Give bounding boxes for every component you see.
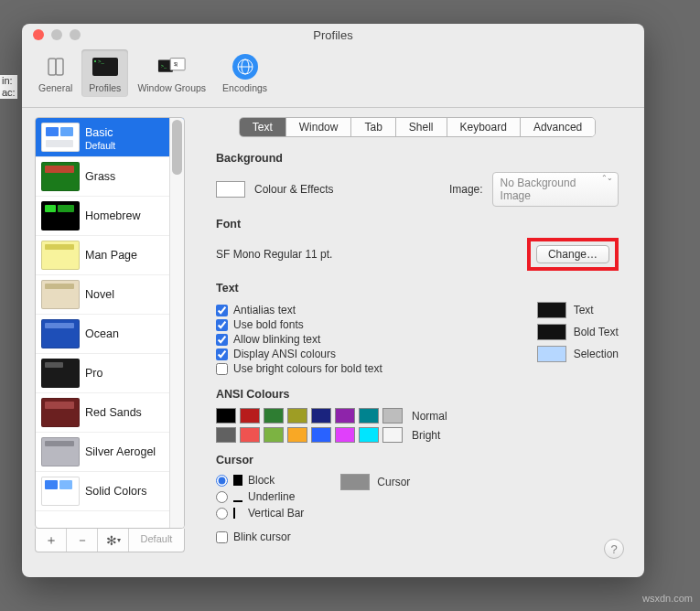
tab-shell[interactable]: Shell — [396, 118, 447, 136]
ansi-row-label: Normal — [412, 410, 447, 423]
profiles-sidebar: BasicDefault Grass Homebrew Man Page Nov… — [22, 108, 185, 577]
add-profile-button[interactable]: ＋ — [36, 529, 67, 552]
window-groups-icon: >_$| — [157, 55, 187, 79]
ansi-bright-row: Bright — [216, 427, 619, 443]
blink-cursor-checkbox[interactable]: Blink cursor — [216, 531, 304, 543]
svg-rect-0 — [48, 59, 56, 75]
vbar-icon — [233, 508, 242, 519]
sidebar-toolbar: ＋ － ✻▾ Default — [35, 529, 185, 552]
tab-advanced[interactable]: Advanced — [521, 118, 595, 136]
ansi-swatch[interactable] — [287, 408, 307, 423]
tab-text[interactable]: Text — [240, 118, 286, 136]
toolbar-encodings[interactable]: Encodings — [215, 49, 275, 97]
change-font-button[interactable]: Change… — [536, 245, 609, 263]
background-image-popup[interactable]: No Background Image — [492, 172, 619, 207]
blinking-checkbox[interactable]: Allow blinking text — [216, 333, 501, 346]
ansi-swatch[interactable] — [382, 408, 403, 423]
background-color-swatch[interactable] — [216, 181, 245, 198]
ansi-swatch[interactable] — [287, 427, 307, 443]
svg-rect-2 — [92, 58, 118, 76]
preferences-window: Profiles General >_ Profiles >_$| Window… — [22, 24, 644, 577]
ansi-swatch[interactable] — [216, 408, 236, 423]
ansi-swatch[interactable] — [359, 427, 379, 443]
ansi-swatch[interactable] — [335, 427, 355, 443]
svg-text:>_: >_ — [98, 59, 105, 64]
cursor-block-radio[interactable]: Block — [216, 474, 304, 487]
profile-red-sands[interactable]: Red Sands — [36, 393, 184, 433]
set-default-button[interactable]: Default — [129, 529, 184, 552]
ansi-swatch[interactable] — [335, 408, 355, 423]
image-label: Image: — [449, 183, 483, 196]
underline-icon — [233, 491, 242, 502]
main-content: Text Window Tab Shell Keyboard Advanced … — [185, 108, 644, 577]
background-heading: Background — [216, 152, 619, 165]
ansi-swatch[interactable] — [311, 427, 331, 443]
bright-bold-checkbox[interactable]: Use bright colours for bold text — [216, 362, 501, 375]
window-title: Profiles — [22, 28, 644, 42]
svg-rect-1 — [56, 59, 63, 75]
ansi-normal-row: Normal — [216, 408, 619, 423]
profile-homebrew[interactable]: Homebrew — [36, 197, 184, 236]
ansi-swatch[interactable] — [264, 408, 284, 423]
titlebar[interactable]: Profiles — [22, 24, 644, 46]
profile-actions-button[interactable]: ✻▾ — [98, 529, 129, 552]
profile-ocean[interactable]: Ocean — [36, 315, 184, 354]
bold-color-swatch[interactable] — [537, 324, 566, 340]
ansi-swatch[interactable] — [216, 427, 236, 443]
toolbar-profiles[interactable]: >_ Profiles — [81, 49, 128, 97]
profile-silver-aerogel[interactable]: Silver Aerogel — [36, 433, 184, 472]
ansi-swatch[interactable] — [311, 408, 331, 423]
profile-solid-colors[interactable]: Solid Colors — [36, 472, 184, 511]
tab-bar: Text Window Tab Shell Keyboard Advanced — [216, 117, 619, 137]
cursor-underline-radio[interactable]: Underline — [216, 490, 304, 503]
svg-text:$|: $| — [174, 61, 178, 67]
globe-icon — [232, 54, 258, 80]
profile-basic[interactable]: BasicDefault — [36, 118, 184, 157]
tab-window[interactable]: Window — [286, 118, 352, 136]
toolbar-general[interactable]: General — [31, 49, 80, 97]
ansi-row-label: Bright — [412, 429, 440, 442]
ansi-swatch[interactable] — [240, 427, 260, 443]
tab-tab[interactable]: Tab — [351, 118, 395, 136]
switch-icon — [43, 54, 69, 80]
colour-effects-label: Colour & Effects — [254, 183, 333, 196]
ansi-swatch[interactable] — [359, 408, 379, 423]
traffic-lights — [22, 29, 81, 40]
minimize-icon[interactable] — [51, 29, 62, 40]
change-highlight: Change… — [527, 238, 619, 271]
tab-keyboard[interactable]: Keyboard — [447, 118, 521, 136]
text-color-swatch[interactable] — [537, 302, 566, 318]
help-button[interactable]: ? — [604, 539, 624, 559]
watermark: wsxdn.com — [642, 593, 693, 604]
selection-color-swatch[interactable] — [537, 346, 566, 362]
profile-grass[interactable]: Grass — [36, 157, 184, 197]
font-heading: Font — [216, 218, 619, 230]
ansi-colours-checkbox[interactable]: Display ANSI colours — [216, 348, 501, 360]
cursor-color-swatch[interactable] — [340, 474, 370, 490]
close-icon[interactable] — [33, 29, 44, 40]
cursor-vbar-radio[interactable]: Vertical Bar — [216, 507, 304, 520]
bold-fonts-checkbox[interactable]: Use bold fonts — [216, 318, 501, 331]
maximize-icon[interactable] — [70, 29, 81, 40]
terminal-icon: >_ — [92, 55, 119, 79]
cursor-heading: Cursor — [216, 454, 619, 466]
ansi-heading: ANSI Colours — [216, 388, 619, 401]
antialias-checkbox[interactable]: Antialias text — [216, 304, 501, 316]
toolbar: General >_ Profiles >_$| Window Groups E… — [22, 46, 644, 108]
ansi-swatch[interactable] — [240, 408, 260, 423]
profile-novel[interactable]: Novel — [36, 275, 184, 315]
font-description: SF Mono Regular 11 pt. — [216, 248, 332, 261]
ansi-swatch[interactable] — [382, 427, 403, 443]
profile-list[interactable]: BasicDefault Grass Homebrew Man Page Nov… — [35, 117, 185, 529]
toolbar-window-groups[interactable]: >_$| Window Groups — [130, 49, 213, 97]
block-icon — [233, 475, 242, 486]
ansi-swatch[interactable] — [264, 427, 284, 443]
profile-man-page[interactable]: Man Page — [36, 236, 184, 275]
gear-icon: ✻ — [106, 533, 117, 548]
profile-pro[interactable]: Pro — [36, 354, 184, 393]
background-terminal-text: in: ac: — [0, 75, 17, 99]
remove-profile-button[interactable]: － — [67, 529, 98, 552]
text-heading: Text — [216, 282, 619, 295]
svg-rect-3 — [94, 60, 96, 62]
svg-text:>_: >_ — [160, 63, 167, 69]
